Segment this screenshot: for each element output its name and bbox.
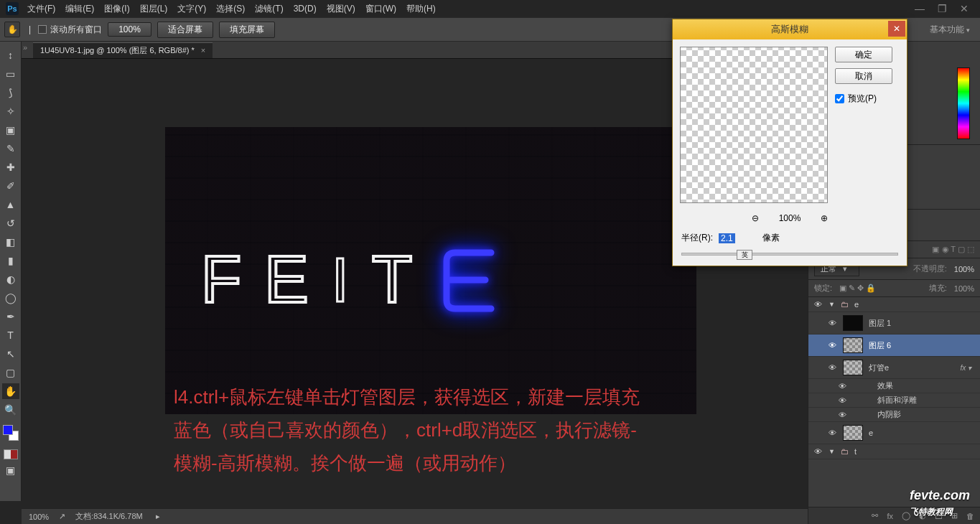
pen-tool-icon[interactable]: ✒	[2, 309, 19, 324]
quick-mask-icon[interactable]	[4, 449, 18, 459]
layer-effect[interactable]: 👁内阴影	[808, 408, 980, 422]
fx-icon[interactable]: fx	[887, 512, 893, 520]
eyedropper-tool-icon[interactable]: ✎	[2, 141, 19, 156]
menu-3d[interactable]: 3D(D)	[294, 4, 317, 14]
dialog-title: 高斯模糊	[771, 23, 808, 36]
zoom-tool-icon[interactable]: 🔍	[2, 402, 19, 418]
hand-tool-icon-toolbox[interactable]: ✋	[2, 383, 19, 399]
document-tab-title: 1U45UV8-1.jpg @ 100% (图层 6, RGB/8#) *	[40, 46, 195, 55]
toolbox: ↕ ▭ ⟆ ✧ ▣ ✎ ✚ ✐ ▲ ↺ ◧ ▮ ◐ ◯ ✒ T ↖ ▢ ✋ 🔍 …	[0, 42, 22, 501]
zoom-out-icon[interactable]: ⊖	[752, 213, 759, 223]
crop-tool-icon[interactable]: ▣	[2, 122, 19, 138]
shape-tool-icon[interactable]: ▢	[2, 365, 19, 380]
watermark: fevte.com飞特教程网	[910, 488, 970, 518]
radius-unit: 像素	[762, 232, 780, 244]
fill-label: 填充:	[929, 283, 947, 294]
status-chevron-icon[interactable]: ▸	[156, 512, 160, 521]
scroll-all-label: 滚动所有窗口	[50, 24, 102, 36]
window-controls: — ❐ ✕	[915, 3, 980, 14]
close-window-icon[interactable]: ✕	[960, 3, 969, 14]
path-tool-icon[interactable]: ↖	[2, 346, 19, 362]
hue-slider[interactable]	[957, 67, 970, 139]
lasso-tool-icon[interactable]: ⟆	[2, 85, 19, 100]
glyph-t: T	[372, 242, 415, 317]
neon-text-group: F E I T	[201, 242, 507, 317]
menu-help[interactable]: 帮助(H)	[406, 3, 436, 15]
dodge-tool-icon[interactable]: ◯	[2, 290, 19, 306]
hand-tool-icon[interactable]: ✋	[4, 22, 20, 37]
layer-group[interactable]: 👁▼🗀t	[808, 444, 980, 459]
ps-logo: Ps	[6, 2, 19, 15]
preview-checkbox-input[interactable]	[835, 94, 844, 103]
stamp-tool-icon[interactable]: ▲	[2, 197, 19, 212]
blur-tool-icon[interactable]: ◐	[2, 271, 19, 287]
menu-filter[interactable]: 滤镜(T)	[255, 3, 283, 15]
cancel-button[interactable]: 取消	[835, 68, 892, 84]
scroll-all-checkbox[interactable]	[38, 25, 47, 34]
ok-button[interactable]: 确定	[835, 47, 892, 62]
fit-screen-button[interactable]: 适合屏幕	[157, 22, 213, 38]
brush-tool-icon[interactable]: ✐	[2, 178, 19, 194]
layer-row[interactable]: 👁图层 6	[808, 334, 980, 357]
layer-row[interactable]: 👁灯管efx ▾	[808, 357, 980, 379]
radius-input[interactable]: 2.1	[719, 233, 735, 243]
link-layers-icon[interactable]: ⚯	[872, 511, 878, 520]
color-swatch[interactable]	[3, 425, 19, 441]
marquee-tool-icon[interactable]: ▭	[2, 66, 19, 82]
layers-panel: 🔍 类型 ▣ ◉ T ▢ ⬚ 正常 ▾ 不透明度: 100% 锁定: ▣ ✎ ✥…	[808, 241, 980, 459]
document-tab[interactable]: 1U45UV8-1.jpg @ 100% (图层 6, RGB/8#) * ×	[33, 42, 213, 58]
lock-label: 锁定:	[814, 283, 832, 294]
lock-icons[interactable]: ▣ ✎ ✥ 🔒	[839, 284, 876, 293]
history-brush-tool-icon[interactable]: ↺	[2, 215, 19, 231]
eraser-tool-icon[interactable]: ◧	[2, 234, 19, 250]
layer-group[interactable]: 👁▼🗀e	[808, 297, 980, 312]
glyph-e: E	[264, 242, 311, 317]
menu-edit[interactable]: 编辑(E)	[65, 3, 94, 15]
status-zoom[interactable]: 100%	[29, 513, 49, 521]
menu-view[interactable]: 视图(V)	[327, 3, 355, 15]
maximize-icon[interactable]: ❐	[938, 3, 947, 14]
layer-effect[interactable]: 👁斜面和浮雕	[808, 393, 980, 408]
layer-row[interactable]: 👁e	[808, 422, 980, 444]
menu-layer[interactable]: 图层(L)	[140, 3, 168, 15]
zoom-in-icon[interactable]: ⊕	[821, 213, 828, 223]
minimize-icon[interactable]: —	[915, 3, 925, 14]
radius-label: 半径(R):	[681, 232, 713, 244]
layer-effect[interactable]: 👁效果	[808, 379, 980, 393]
menubar: Ps 文件(F) 编辑(E) 图像(I) 图层(L) 文字(Y) 选择(S) 滤…	[0, 0, 980, 17]
status-bar: 100% ↗ 文档:834.1K/6.78M ▸	[22, 508, 808, 524]
preview-checkbox[interactable]: 预览(P)	[835, 93, 892, 105]
glyph-e-neon	[435, 244, 507, 316]
instruction-text: l4.ctrl+鼠标左键单击灯管图层，获得选区，新建一层填充 蓝色（或自己喜欢的…	[174, 380, 707, 479]
move-tool-icon[interactable]: ↕	[2, 47, 19, 63]
status-export-icon[interactable]: ↗	[59, 512, 65, 521]
radius-slider-thumb[interactable]: 英	[737, 250, 752, 260]
menu-window[interactable]: 窗口(W)	[365, 3, 396, 15]
workspace-switcher[interactable]: 基本功能	[930, 24, 970, 36]
dialog-titlebar[interactable]: 高斯模糊 ✕	[673, 19, 907, 39]
gradient-tool-icon[interactable]: ▮	[2, 253, 19, 268]
opacity-value[interactable]: 100%	[954, 265, 974, 273]
zoom-level-button[interactable]: 100%	[108, 22, 151, 37]
layer-row[interactable]: 👁图层 1	[808, 312, 980, 334]
menu-image[interactable]: 图像(I)	[104, 3, 129, 15]
canvas[interactable]: F E I T	[165, 127, 696, 414]
glyph-i: I	[332, 243, 352, 317]
menu-file[interactable]: 文件(F)	[27, 3, 55, 15]
menu-select[interactable]: 选择(S)	[216, 3, 245, 15]
fill-value[interactable]: 100%	[954, 284, 974, 293]
close-tab-icon[interactable]: ×	[201, 46, 205, 55]
preview-zoom-value: 100%	[779, 213, 801, 223]
radius-slider[interactable]: 英	[681, 253, 898, 256]
fill-screen-button[interactable]: 填充屏幕	[219, 22, 275, 38]
dialog-close-button[interactable]: ✕	[888, 21, 905, 37]
screen-mode-icon[interactable]: ▣	[2, 462, 19, 478]
menu-type[interactable]: 文字(Y)	[177, 3, 206, 15]
type-tool-icon[interactable]: T	[2, 327, 19, 343]
glyph-f: F	[201, 242, 244, 317]
wand-tool-icon[interactable]: ✧	[2, 103, 19, 119]
gaussian-blur-dialog: 高斯模糊 ✕ 确定 取消 预览(P) ⊖ 100% ⊕ 半径(R): 2.1 像…	[672, 19, 907, 266]
dialog-preview[interactable]	[680, 47, 828, 203]
expand-docs-icon[interactable]: »	[23, 43, 30, 57]
heal-tool-icon[interactable]: ✚	[2, 159, 19, 175]
